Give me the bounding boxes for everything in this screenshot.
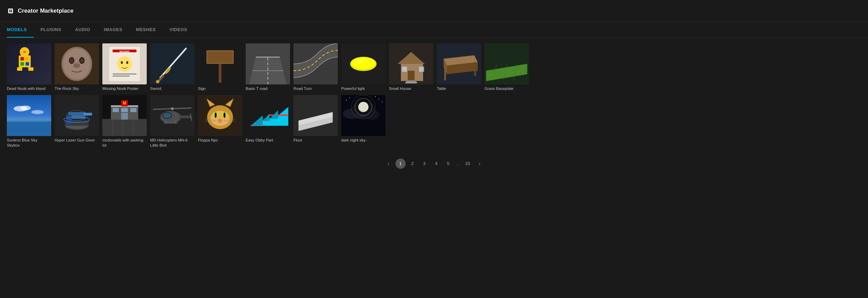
svg-rect-61 <box>419 67 424 72</box>
svg-rect-1 <box>9 10 11 11</box>
list-item[interactable]: Small House <box>389 43 433 92</box>
item-thumbnail <box>198 43 242 84</box>
list-item[interactable]: Powerful light <box>341 43 386 92</box>
svg-point-20 <box>80 58 84 63</box>
list-item[interactable]: MD Helicopters MH-6 Little Bird <box>150 95 194 148</box>
svg-rect-59 <box>408 71 415 81</box>
item-label: Basic T road <box>246 86 290 92</box>
list-item[interactable]: Floor <box>293 95 338 148</box>
list-item[interactable]: dark night sky- <box>341 95 386 148</box>
svg-point-125 <box>211 111 230 126</box>
list-item[interactable]: Hyper Laser Gun Giver <box>55 95 99 148</box>
page-button-2[interactable]: 2 <box>407 159 418 169</box>
svg-rect-31 <box>113 76 130 77</box>
svg-point-155 <box>358 102 368 112</box>
svg-rect-11 <box>28 67 33 71</box>
svg-point-27 <box>117 56 132 71</box>
svg-rect-88 <box>67 115 72 125</box>
svg-point-21 <box>73 63 80 68</box>
item-thumbnail <box>293 43 338 84</box>
list-item[interactable]: Basic T road <box>246 43 290 92</box>
tab-plugins[interactable]: PLUGINS <box>34 22 68 38</box>
svg-rect-140 <box>278 114 288 116</box>
list-item[interactable]: Sign <box>198 43 242 92</box>
list-item[interactable]: Floppa Npc <box>198 95 242 148</box>
list-item[interactable]: Table <box>437 43 481 92</box>
svg-point-129 <box>223 112 226 118</box>
page-button-3[interactable]: 3 <box>419 159 430 169</box>
svg-rect-39 <box>219 62 221 83</box>
list-item[interactable]: MISSING Missing Noob Poster <box>102 43 147 92</box>
item-thumbnail <box>150 43 194 84</box>
svg-text:M: M <box>123 101 126 106</box>
content-area: Dead Noob with blood <box>0 38 868 176</box>
item-label: The Rock Sky <box>55 86 99 92</box>
page-title: Creator Marketplace <box>18 8 73 14</box>
list-item[interactable]: The Rock Sky <box>55 43 99 92</box>
list-item[interactable]: M mcdonalds with parking lot <box>102 95 147 148</box>
item-label: Sunless Blue Sky Skybox <box>7 138 51 148</box>
svg-rect-101 <box>113 108 119 112</box>
item-label: dark night sky- <box>341 138 386 143</box>
page-button-5[interactable]: 5 <box>443 159 453 169</box>
svg-rect-102 <box>121 108 128 112</box>
list-item[interactable]: Sunless Blue Sky Skybox <box>7 95 51 148</box>
tab-images[interactable]: IMAGES <box>97 22 129 38</box>
svg-rect-41 <box>207 51 233 63</box>
item-label: Table <box>437 86 481 92</box>
svg-point-28 <box>121 61 123 64</box>
item-label: Floppa Npc <box>198 138 242 143</box>
item-thumbnail <box>484 43 529 84</box>
svg-rect-78 <box>7 121 51 136</box>
list-item[interactable]: Road Turn <box>293 43 338 92</box>
item-thumbnail <box>55 95 99 136</box>
svg-point-159 <box>349 97 350 98</box>
item-label: MD Helicopters MH-6 Little Bird <box>150 138 194 148</box>
list-item[interactable]: Easy Obby Part <box>246 95 290 148</box>
svg-point-111 <box>163 113 171 118</box>
svg-rect-70 <box>474 62 476 76</box>
item-thumbnail <box>7 43 51 84</box>
svg-text:MISSING: MISSING <box>119 50 130 53</box>
svg-point-160 <box>378 99 379 99</box>
page-button-1[interactable]: 1 <box>395 159 406 169</box>
tab-models[interactable]: MODELS <box>7 22 34 38</box>
tab-audio[interactable]: AUDIO <box>68 22 97 38</box>
svg-rect-103 <box>130 108 136 112</box>
tab-videos[interactable]: VIDEOS <box>163 22 194 38</box>
svg-point-82 <box>31 110 44 114</box>
item-label: Floor <box>293 138 338 143</box>
svg-rect-30 <box>113 73 136 74</box>
svg-rect-69 <box>444 67 446 80</box>
item-thumbnail <box>341 95 386 136</box>
list-item[interactable]: Grass Baseplate <box>484 43 529 92</box>
tab-meshes[interactable]: MESHES <box>129 22 163 38</box>
item-label: Road Turn <box>293 86 338 92</box>
svg-point-55 <box>357 60 363 64</box>
item-label: mcdonalds with parking lot <box>102 138 147 148</box>
svg-rect-6 <box>20 57 24 60</box>
list-item[interactable]: Dead Noob with blood <box>7 43 51 92</box>
prev-page-button[interactable]: ‹ <box>384 159 394 169</box>
svg-point-19 <box>70 58 73 63</box>
item-thumbnail <box>198 95 242 136</box>
svg-rect-5 <box>19 55 31 67</box>
svg-rect-9 <box>26 62 29 66</box>
svg-point-128 <box>215 112 217 118</box>
page-button-4[interactable]: 4 <box>431 159 442 169</box>
svg-rect-2 <box>11 10 12 11</box>
item-thumbnail <box>7 95 51 136</box>
next-page-button[interactable]: › <box>474 159 484 169</box>
item-label: Missing Noob Poster <box>102 86 147 92</box>
svg-rect-4 <box>11 11 12 13</box>
page-button-33[interactable]: 33 <box>462 159 473 169</box>
item-thumbnail <box>341 43 386 84</box>
items-grid: Dead Noob with blood <box>7 43 861 148</box>
item-label: Easy Obby Part <box>246 138 290 143</box>
tabs-bar: MODELS PLUGINS AUDIO IMAGES MESHES VIDEO… <box>0 22 868 38</box>
svg-point-37 <box>156 80 159 83</box>
svg-point-107 <box>171 107 174 110</box>
svg-rect-104 <box>121 113 128 120</box>
svg-rect-60 <box>402 67 407 72</box>
list-item[interactable]: Sword <box>150 43 194 92</box>
